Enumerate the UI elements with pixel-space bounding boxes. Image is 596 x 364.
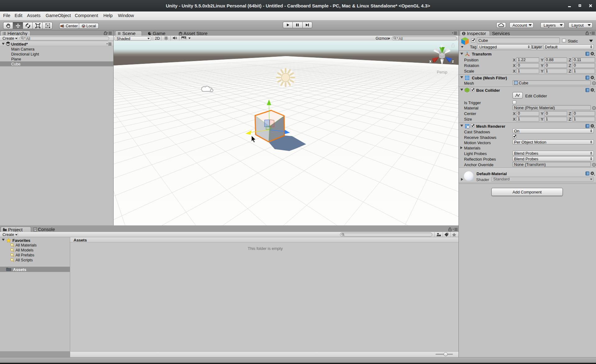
svg-text:?: ? xyxy=(587,52,589,55)
svg-text:x: x xyxy=(429,59,431,64)
svg-text:Persp: Persp xyxy=(437,70,447,74)
svg-text:?: ? xyxy=(587,76,589,79)
svg-text:y: y xyxy=(440,43,443,48)
svg-text:z: z xyxy=(452,59,454,64)
svg-text:?: ? xyxy=(587,125,589,128)
svg-text:?: ? xyxy=(587,172,589,175)
svg-text:?: ? xyxy=(587,89,589,92)
